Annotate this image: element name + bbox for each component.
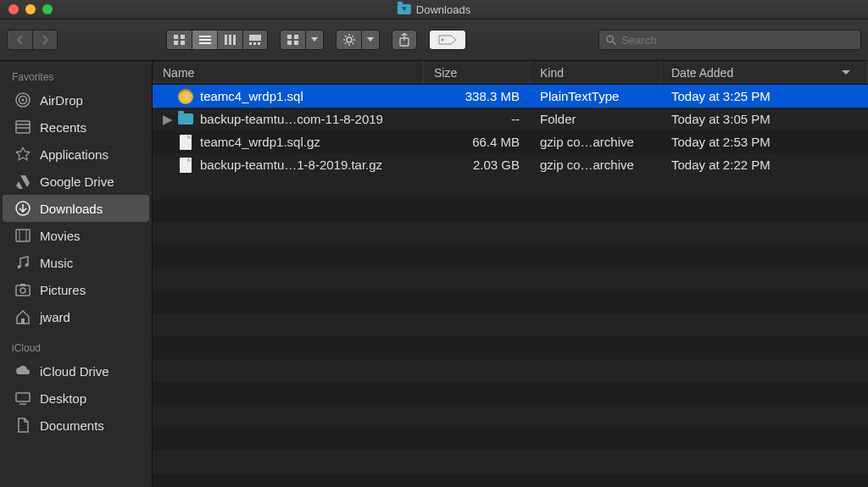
music-icon bbox=[14, 254, 31, 271]
sidebar-item-airdrop[interactable]: AirDrop bbox=[3, 86, 149, 113]
titlebar[interactable]: Downloads bbox=[0, 0, 868, 19]
sidebar-item-label: Recents bbox=[40, 120, 86, 135]
cell-name: teamc4_wrdp1.sql.gz bbox=[153, 134, 424, 151]
home-icon bbox=[14, 308, 31, 325]
svg-point-29 bbox=[442, 39, 444, 42]
svg-rect-11 bbox=[249, 42, 252, 45]
svg-rect-35 bbox=[16, 121, 30, 133]
close-window-button[interactable] bbox=[8, 4, 19, 14]
svg-point-46 bbox=[20, 288, 25, 293]
sidebar-item-movies[interactable]: Movies bbox=[3, 222, 149, 249]
sidebar-item-music[interactable]: Music bbox=[3, 249, 149, 276]
action-menu-button[interactable] bbox=[361, 30, 380, 50]
svg-point-30 bbox=[607, 36, 614, 42]
sidebar-section-favorites: Favorites bbox=[0, 68, 152, 86]
svg-point-43 bbox=[18, 265, 21, 268]
icon-view-button[interactable] bbox=[166, 30, 192, 50]
search-input[interactable] bbox=[621, 34, 854, 47]
search-icon bbox=[606, 35, 616, 46]
columns-icon bbox=[225, 35, 236, 45]
search-field[interactable] bbox=[598, 30, 861, 50]
cell-size: 66.4 MB bbox=[424, 135, 530, 149]
arrange-menu-button[interactable] bbox=[305, 30, 324, 50]
column-header-size[interactable]: Size bbox=[424, 61, 530, 84]
column-header-kind[interactable]: Kind bbox=[530, 61, 661, 84]
svg-rect-15 bbox=[294, 35, 298, 39]
cell-kind: gzip co…archive bbox=[530, 135, 661, 149]
sidebar-item-label: AirDrop bbox=[40, 93, 83, 108]
svg-rect-45 bbox=[16, 285, 30, 296]
window-title: Downloads bbox=[398, 3, 470, 16]
tags-button[interactable] bbox=[429, 30, 466, 50]
column-header-date[interactable]: Date Added bbox=[661, 61, 868, 84]
file-list-panel: Name Size Kind Date Added teamc4_wrdp1.s… bbox=[153, 61, 868, 487]
sidebar-item-home[interactable]: jward bbox=[3, 303, 149, 330]
svg-rect-40 bbox=[16, 230, 30, 241]
cell-kind: PlainTextType bbox=[530, 89, 661, 103]
sidebar-item-iclouddrive[interactable]: iCloud Drive bbox=[3, 357, 149, 385]
cell-kind: Folder bbox=[530, 112, 661, 126]
cell-date: Today at 2:22 PM bbox=[661, 158, 868, 172]
desktop-icon bbox=[14, 390, 31, 407]
forward-button[interactable] bbox=[32, 30, 58, 50]
minimize-window-button[interactable] bbox=[25, 4, 36, 14]
file-name: backup-teamtu…1-8-2019.tar.gz bbox=[200, 158, 382, 172]
zoom-window-button[interactable] bbox=[42, 4, 53, 14]
action-button[interactable] bbox=[336, 30, 361, 50]
file-rows[interactable]: teamc4_wrdp1.sql338.3 MBPlainTextTypeTod… bbox=[153, 85, 868, 487]
svg-line-24 bbox=[352, 43, 353, 45]
chevron-down-icon bbox=[842, 70, 850, 75]
svg-rect-16 bbox=[287, 41, 292, 45]
document-icon bbox=[180, 158, 192, 173]
svg-rect-10 bbox=[249, 35, 261, 41]
sidebar-item-label: Pictures bbox=[40, 283, 86, 297]
table-row[interactable]: ▶backup-teamtu…com-11-8-2019--FolderToda… bbox=[153, 108, 868, 130]
folder-icon bbox=[178, 113, 193, 125]
svg-rect-8 bbox=[229, 35, 231, 45]
column-view-button[interactable] bbox=[217, 30, 242, 50]
sidebar-item-label: Downloads bbox=[40, 202, 103, 216]
sidebar-item-desktop[interactable]: Desktop bbox=[3, 385, 149, 412]
sidebar-item-pictures[interactable]: Pictures bbox=[3, 276, 149, 303]
tags-group bbox=[429, 30, 466, 50]
view-mode-group bbox=[166, 30, 268, 50]
cell-date: Today at 3:05 PM bbox=[661, 112, 868, 126]
sidebar-item-label: jward bbox=[40, 310, 70, 324]
sidebar-item-label: Desktop bbox=[40, 391, 86, 406]
chevron-left-icon bbox=[16, 35, 25, 45]
share-button[interactable] bbox=[392, 30, 417, 50]
column-header-name[interactable]: Name bbox=[153, 61, 424, 84]
sidebar-item-label: Google Drive bbox=[40, 174, 114, 189]
svg-line-25 bbox=[345, 43, 347, 45]
arrange-button[interactable] bbox=[280, 30, 305, 50]
share-group bbox=[392, 30, 417, 50]
database-icon bbox=[178, 89, 193, 104]
pictures-icon bbox=[14, 281, 31, 298]
table-row[interactable]: teamc4_wrdp1.sql.gz66.4 MBgzip co…archiv… bbox=[153, 130, 868, 153]
list-view-button[interactable] bbox=[192, 30, 217, 50]
list-icon bbox=[199, 35, 211, 45]
sidebar-item-recents[interactable]: Recents bbox=[3, 113, 149, 141]
back-button[interactable] bbox=[7, 30, 32, 50]
disclosure-triangle[interactable]: ▶ bbox=[163, 112, 171, 127]
table-row[interactable]: backup-teamtu…1-8-2019.tar.gz2.03 GBgzip… bbox=[153, 153, 868, 176]
downloads-folder-icon bbox=[398, 4, 411, 14]
sidebar-item-label: iCloud Drive bbox=[40, 364, 109, 379]
downloads-icon bbox=[14, 200, 31, 217]
gear-icon bbox=[343, 34, 355, 46]
finder-window: Downloads bbox=[0, 0, 868, 487]
tag-icon bbox=[437, 34, 458, 46]
sidebar-item-label: Music bbox=[40, 256, 73, 270]
svg-rect-49 bbox=[16, 393, 30, 401]
documents-icon bbox=[14, 417, 31, 434]
arrange-group bbox=[280, 30, 324, 50]
window-title-text: Downloads bbox=[416, 3, 470, 16]
table-row[interactable]: teamc4_wrdp1.sql338.3 MBPlainTextTypeTod… bbox=[153, 85, 868, 108]
gallery-view-button[interactable] bbox=[242, 30, 268, 50]
sidebar-item-googledrive[interactable]: Google Drive bbox=[3, 168, 149, 195]
chevron-down-icon bbox=[311, 37, 318, 42]
chevron-right-icon bbox=[41, 35, 49, 45]
sidebar-item-applications[interactable]: Applications bbox=[3, 141, 149, 168]
sidebar-item-documents[interactable]: Documents bbox=[3, 412, 149, 439]
sidebar-item-downloads[interactable]: Downloads bbox=[3, 195, 149, 222]
